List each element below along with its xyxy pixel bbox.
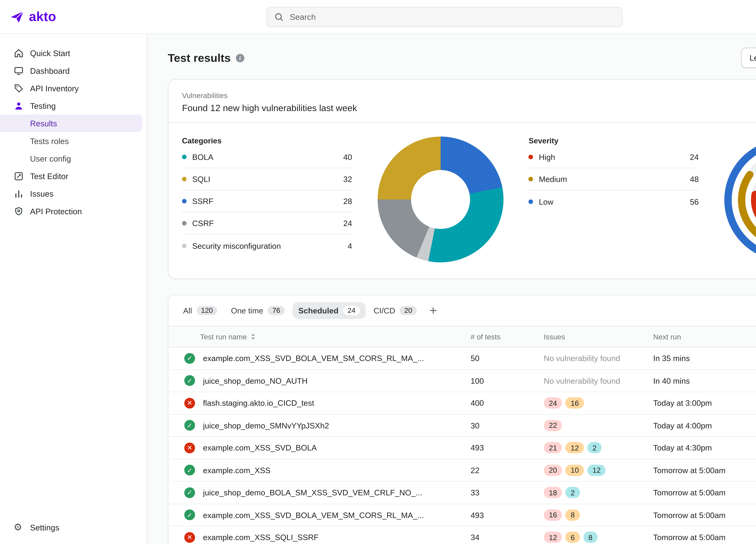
tab-all[interactable]: All120 bbox=[178, 302, 223, 319]
run-next-run: Tomorrow at 5:00am bbox=[653, 533, 756, 542]
run-next-run: Tomorrow at 5:00am bbox=[653, 488, 756, 497]
app-window: akto XA bbox=[0, 0, 756, 544]
sidebar-item-quick-start[interactable]: Quick Start bbox=[0, 44, 142, 62]
sidebar-item-results[interactable]: Results bbox=[0, 115, 142, 132]
search-input[interactable] bbox=[290, 13, 615, 22]
run-name[interactable]: example.com_XSS_SVD_BOLA_VEM_SM_CORS_RL_… bbox=[203, 354, 424, 363]
success-icon: ✓ bbox=[184, 375, 195, 386]
column-num-tests: # of tests bbox=[471, 332, 544, 341]
legend-dot-icon bbox=[182, 244, 187, 248]
brand-logo[interactable]: akto bbox=[9, 9, 56, 25]
run-name[interactable]: example.com_XSS_SQLI_SSRF bbox=[203, 533, 319, 542]
table-row[interactable]: ✓example.com_XSS_SVD_BOLA_VEM_SM_CORS_RL… bbox=[168, 504, 756, 526]
column-next-run: Next run bbox=[653, 332, 756, 341]
main-content: Test results i Learn ▼ Export results Vu… bbox=[147, 34, 756, 544]
sidebar-item-settings[interactable]: ⚙︎ Settings bbox=[0, 518, 142, 536]
tab-ci-cd[interactable]: CI/CD20 bbox=[368, 302, 422, 319]
run-name[interactable]: juice_shop_demo_NO_AUTH bbox=[203, 376, 308, 385]
column-sort-icon[interactable] bbox=[250, 333, 256, 340]
run-name[interactable]: example.com_XSS bbox=[203, 466, 270, 475]
run-test-count: 50 bbox=[471, 354, 544, 363]
sidebar-item-api-protection[interactable]: API Protection bbox=[0, 202, 142, 220]
sidebar-item-issues[interactable]: Issues bbox=[0, 185, 142, 202]
tab-one-time[interactable]: One time76 bbox=[225, 302, 290, 319]
sidebar-item-label: API Inventory bbox=[30, 84, 79, 93]
dashboard-icon bbox=[14, 65, 24, 76]
legend-value: 32 bbox=[343, 175, 352, 184]
legend-dot-icon bbox=[182, 199, 187, 204]
column-issues: Issues bbox=[544, 332, 653, 341]
run-name[interactable]: juice_shop_demo_BOLA_SM_XSS_SVD_VEM_CRLF… bbox=[203, 488, 422, 497]
table-row[interactable]: ✓juice_shop_demo_BOLA_SM_XSS_SVD_VEM_CRL… bbox=[168, 482, 756, 504]
run-name[interactable]: juice_shop_demo_SMNvYYpJSXh2 bbox=[203, 421, 329, 430]
topbar: akto XA bbox=[0, 0, 756, 34]
shield-icon bbox=[14, 206, 24, 216]
info-icon[interactable]: i bbox=[236, 54, 244, 62]
issue-badge-low: 12 bbox=[587, 464, 606, 476]
run-issues: 168 bbox=[544, 509, 653, 521]
table-row[interactable]: ✕example.com_XSS_SVD_BOLA49321122Today a… bbox=[168, 437, 756, 459]
tab-count-badge: 120 bbox=[197, 306, 217, 315]
issue-badge-high: 20 bbox=[544, 464, 562, 476]
sidebar-item-label: User config bbox=[30, 154, 71, 163]
run-next-run: Today at 4:30pm bbox=[653, 443, 756, 452]
issue-badge-low: 2 bbox=[566, 487, 580, 498]
table-row[interactable]: ✓juice_shop_demo_SMNvYYpJSXh23022Today a… bbox=[168, 414, 756, 437]
tab-count-badge: 24 bbox=[343, 306, 360, 315]
run-test-count: 493 bbox=[471, 510, 544, 520]
run-name[interactable]: example.com_XSS_SVD_BOLA bbox=[203, 443, 317, 452]
add-tab-button[interactable] bbox=[428, 305, 438, 316]
run-next-run: Tomorrow at 5:00am bbox=[653, 466, 756, 475]
legend-value: 28 bbox=[343, 197, 352, 206]
success-icon: ✓ bbox=[184, 487, 195, 498]
no-vulnerability-text: No vulnerability found bbox=[544, 354, 620, 363]
sidebar-item-label: Settings bbox=[30, 523, 59, 532]
table-row[interactable]: ✓example.com_XSS_SVD_BOLA_VEM_SM_CORS_RL… bbox=[168, 347, 756, 370]
categories-donut-wrap bbox=[375, 137, 506, 264]
severity-title: Severity bbox=[529, 137, 699, 145]
legend-value: 40 bbox=[343, 153, 352, 162]
legend-label: SQLI bbox=[192, 175, 210, 184]
tab-scheduled[interactable]: Scheduled24 bbox=[293, 302, 366, 319]
sidebar-item-user-config[interactable]: User config bbox=[0, 150, 142, 167]
run-issues: 22 bbox=[544, 420, 653, 431]
global-search[interactable] bbox=[267, 7, 623, 27]
home-icon bbox=[14, 48, 24, 58]
sidebar-item-label: Tests roles bbox=[30, 136, 69, 145]
sidebar: Quick Start Dashboard API Inventory bbox=[0, 34, 147, 544]
success-icon: ✓ bbox=[184, 420, 195, 431]
table-row[interactable]: ✕example.com_XSS_SQLI_SSRF341268Tomorrow… bbox=[168, 526, 756, 544]
run-name[interactable]: example.com_XSS_SVD_BOLA_VEM_SM_CORS_RL_… bbox=[203, 510, 424, 520]
sidebar-item-dashboard[interactable]: Dashboard bbox=[0, 62, 142, 79]
legend-dot-icon bbox=[182, 221, 187, 226]
sidebar-item-api-inventory[interactable]: API Inventory bbox=[0, 79, 142, 97]
severity-legend: Severity High24Medium48Low56 bbox=[529, 137, 699, 264]
run-issues: 21122 bbox=[544, 442, 653, 453]
table-row[interactable]: ✕flash.staging.akto.io_CICD_test4002416T… bbox=[168, 392, 756, 414]
learn-button[interactable]: Learn ▼ bbox=[741, 48, 756, 68]
legend-dot-icon bbox=[529, 199, 533, 204]
sidebar-item-label: Results bbox=[30, 119, 57, 128]
legend-label: SSRF bbox=[192, 197, 213, 206]
sidebar-item-label: Test Editor bbox=[30, 171, 68, 181]
severity-radial-chart: Total vulns 128 bbox=[722, 137, 756, 264]
run-test-count: 493 bbox=[471, 443, 544, 452]
run-test-count: 100 bbox=[471, 376, 544, 385]
error-icon: ✕ bbox=[184, 442, 195, 453]
run-next-run: Today at 4:00pm bbox=[653, 421, 756, 430]
column-test-run-name[interactable]: Test run name bbox=[200, 332, 247, 341]
sidebar-item-label: API Protection bbox=[30, 207, 82, 216]
issue-badge-high: 21 bbox=[544, 442, 562, 453]
sidebar-item-testing[interactable]: Testing bbox=[0, 97, 142, 114]
sidebar-item-label: Dashboard bbox=[30, 66, 70, 75]
sidebar-item-tests-roles[interactable]: Tests roles bbox=[0, 132, 142, 150]
issue-badge-high: 18 bbox=[544, 487, 562, 498]
tab-count-badge: 20 bbox=[400, 306, 417, 315]
run-next-run: In 40 mins bbox=[653, 376, 756, 385]
tag-icon bbox=[14, 83, 24, 93]
vulnerabilities-card: Vulnerabilities Found 12 new high vulner… bbox=[168, 79, 756, 279]
table-row[interactable]: ✓example.com_XSS22201012Tomorrow at 5:00… bbox=[168, 459, 756, 482]
table-row[interactable]: ✓juice_shop_demo_NO_AUTH100No vulnerabil… bbox=[168, 370, 756, 392]
sidebar-item-test-editor[interactable]: Test Editor bbox=[0, 167, 142, 185]
run-name[interactable]: flash.staging.akto.io_CICD_test bbox=[203, 398, 314, 407]
